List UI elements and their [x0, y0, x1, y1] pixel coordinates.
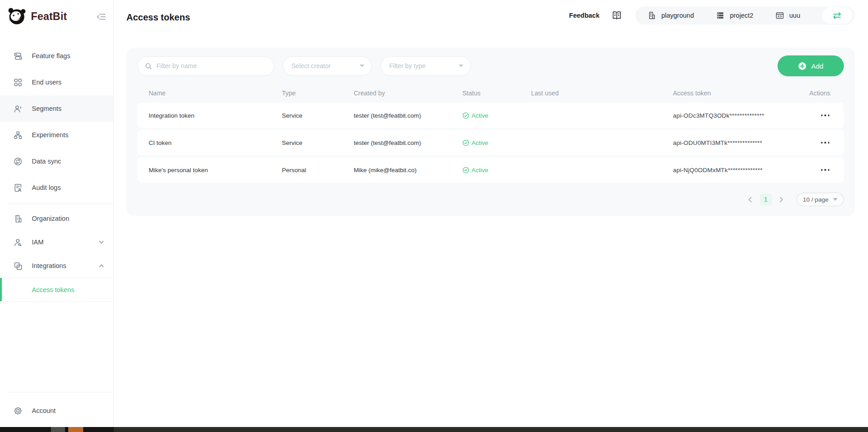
featbit-logo-icon — [6, 6, 28, 26]
row-actions — [805, 139, 844, 146]
more-actions-icon[interactable] — [820, 139, 831, 146]
sidebar-item-iam[interactable]: IAM — [0, 230, 113, 254]
token-created-by: tester (test@featbit.com) — [354, 112, 462, 119]
sidebar: FeatBit Feature flags End users — [0, 0, 114, 427]
sidebar-item-label: End users — [32, 79, 61, 86]
more-actions-icon[interactable] — [820, 166, 831, 174]
stack-icon — [716, 11, 725, 20]
sidebar-item-label: Feature flags — [32, 52, 70, 60]
sidebar-item-account[interactable]: Account — [0, 401, 113, 421]
swap-arrows-icon — [832, 12, 843, 20]
integrations-icon — [13, 261, 23, 271]
plus-circle-icon — [798, 62, 807, 70]
chevron-right-icon — [779, 197, 783, 203]
token-type: Personal — [282, 167, 354, 174]
brand-name: FeatBit — [31, 10, 67, 23]
feature-flags-icon — [13, 51, 23, 61]
sidebar-item-label: Data sync — [32, 158, 61, 165]
chevron-left-icon — [748, 197, 752, 203]
topbar-actions: Feedback playground project2 — [569, 6, 855, 25]
table-row: CI token Service tester (test@featbit.co… — [137, 130, 844, 155]
sidebar-item-segments[interactable]: Segments — [0, 95, 113, 122]
sidebar-divider — [8, 204, 113, 204]
switch-environment-button[interactable] — [822, 7, 852, 24]
token-created-by: Mike (mike@featbit.co) — [354, 167, 462, 174]
prev-page-button[interactable] — [745, 194, 755, 204]
sidebar-item-end-users[interactable]: End users — [0, 69, 113, 95]
page-number[interactable]: 1 — [760, 194, 772, 205]
taskbar-segment — [51, 427, 65, 432]
sidebar-item-experiments[interactable]: Experiments — [0, 122, 113, 148]
type-filter-select[interactable]: Filter by type — [381, 56, 471, 76]
sidebar-item-audit-logs[interactable]: Audit logs — [0, 174, 113, 201]
add-token-button[interactable]: Add — [778, 55, 844, 76]
sidebar-item-integrations[interactable]: Integrations — [0, 254, 113, 278]
status-label: Active — [472, 112, 488, 119]
sidebar-item-label: Access tokens — [32, 286, 75, 293]
token-type: Service — [282, 112, 354, 119]
check-circle-icon — [462, 112, 469, 119]
token-created-by: tester (test@featbit.com) — [354, 139, 462, 146]
token-value: api-NjQ0ODMxMTk************** — [673, 167, 805, 174]
os-taskbar-strip — [0, 427, 868, 432]
table-header-row: Name Type Created by Status Last used Ac… — [137, 85, 844, 101]
sidebar-item-organization[interactable]: Organization — [0, 207, 113, 230]
org-selector[interactable]: playground — [647, 11, 694, 20]
caret-down-icon — [833, 198, 838, 201]
name-filter-input[interactable] — [156, 62, 267, 70]
taskbar-segment — [68, 427, 83, 432]
environment-selector[interactable]: uuu — [775, 11, 800, 20]
next-page-button[interactable] — [777, 194, 787, 204]
table-row: Integration token Service tester (test@f… — [137, 103, 844, 128]
docs-book-icon[interactable] — [611, 10, 622, 20]
end-users-icon — [13, 78, 23, 87]
token-type: Service — [282, 139, 354, 146]
name-filter — [137, 56, 274, 76]
status-label: Active — [472, 139, 488, 146]
caret-down-icon — [360, 65, 364, 67]
organization-icon — [13, 214, 23, 223]
page-size-value: 10 / page — [803, 196, 828, 203]
data-sync-icon — [13, 157, 23, 166]
sidebar-item-feature-flags[interactable]: Feature flags — [0, 43, 113, 69]
building-icon — [647, 11, 656, 20]
org-name: playground — [661, 12, 694, 19]
project-selector[interactable]: project2 — [716, 11, 753, 20]
sidebar-item-data-sync[interactable]: Data sync — [0, 148, 113, 174]
column-header-access-token: Access token — [673, 89, 805, 97]
sidebar-item-label: IAM — [32, 238, 44, 246]
code-window-icon — [775, 11, 784, 20]
experiments-icon — [13, 130, 23, 140]
environment-name: uuu — [789, 12, 800, 19]
sidebar-item-label: Segments — [32, 105, 61, 112]
token-value: api-ODc3MTQ3ODk************** — [673, 112, 805, 119]
sidebar-collapse-icon[interactable] — [96, 12, 107, 22]
add-token-label: Add — [811, 62, 823, 70]
check-circle-icon — [462, 167, 469, 174]
search-icon — [145, 62, 152, 70]
token-name: CI token — [149, 139, 282, 146]
project-name: project2 — [730, 12, 753, 19]
check-circle-icon — [462, 139, 469, 146]
feedback-link[interactable]: Feedback — [569, 12, 600, 19]
sidebar-item-label: Integrations — [32, 262, 66, 269]
chevron-down-icon — [99, 239, 104, 245]
chevron-up-icon — [99, 263, 104, 268]
token-name: Mike's personal token — [149, 167, 282, 174]
creator-filter-select[interactable]: Select creator — [283, 56, 372, 76]
brand-header: FeatBit — [0, 0, 113, 33]
column-header-last-used: Last used — [531, 89, 673, 97]
sidebar-item-label: Audit logs — [32, 184, 61, 191]
access-tokens-panel: Select creator Filter by type Add Name T… — [126, 48, 855, 216]
column-header-created-by: Created by — [354, 89, 462, 97]
more-actions-icon[interactable] — [820, 112, 831, 119]
sidebar-item-access-tokens[interactable]: Access tokens — [0, 278, 113, 302]
token-value: api-ODU0MTI3MTk************** — [673, 139, 805, 146]
sidebar-nav-primary: Feature flags End users Segments Exper — [0, 43, 113, 201]
column-header-status: Status — [462, 89, 531, 97]
caret-down-icon — [459, 65, 463, 67]
main-content: Access tokens Feedback playground — [114, 0, 868, 427]
audit-logs-icon — [13, 183, 23, 193]
sidebar-footer: Account — [0, 389, 113, 421]
page-size-select[interactable]: 10 / page — [797, 193, 844, 206]
